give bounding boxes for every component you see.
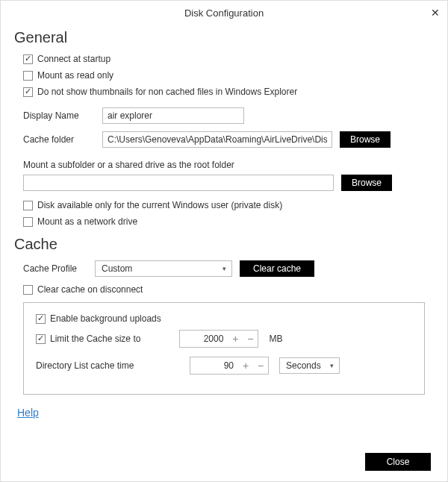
plus-icon[interactable]: + — [238, 360, 253, 372]
limit-cache-size-checkbox[interactable]: Limit the Cache size to — [36, 334, 140, 344]
dir-cache-time-stepper[interactable]: + − — [190, 357, 269, 375]
mb-label: MB — [269, 334, 282, 344]
minus-icon[interactable]: − — [243, 333, 258, 345]
dir-cache-time-input[interactable] — [190, 357, 238, 374]
limit-cache-size-label: Limit the Cache size to — [50, 334, 140, 344]
checkbox-icon — [36, 314, 46, 324]
cache-profile-select[interactable]: Custom — [95, 260, 232, 277]
connect-startup-label: Connect at startup — [37, 54, 111, 64]
mount-readonly-label: Mount as read only — [37, 70, 113, 81]
checkbox-icon — [23, 201, 33, 210]
display-name-input[interactable] — [102, 107, 244, 124]
enable-bg-uploads-label: Enable background uploads — [50, 313, 161, 324]
dir-cache-time-unit-select[interactable]: Seconds — [279, 357, 340, 374]
mount-subfolder-input[interactable] — [23, 175, 334, 191]
clear-cache-button[interactable]: Clear cache — [240, 260, 314, 277]
general-heading: General — [14, 29, 431, 46]
clear-on-disconnect-label: Clear cache on disconnect — [37, 284, 143, 295]
checkbox-icon — [23, 217, 33, 227]
cache-heading: Cache — [14, 236, 431, 253]
cache-folder-label: Cache folder — [23, 134, 95, 145]
dir-cache-time-unit-value: Seconds — [286, 360, 321, 371]
cache-size-input[interactable] — [180, 331, 228, 347]
mount-subfolder-label: Mount a subfolder or a shared drive as t… — [23, 160, 431, 170]
checkbox-icon — [23, 54, 33, 64]
no-thumbnails-label: Do not show thumbnails for non cached fi… — [37, 87, 297, 97]
clear-on-disconnect-checkbox[interactable]: Clear cache on disconnect — [23, 284, 143, 295]
display-name-label: Display Name — [23, 110, 95, 121]
enable-bg-uploads-checkbox[interactable]: Enable background uploads — [36, 313, 161, 324]
checkbox-icon — [36, 334, 46, 344]
cache-settings-panel: Enable background uploads Limit the Cach… — [23, 302, 425, 395]
connect-startup-checkbox[interactable]: Connect at startup — [23, 54, 111, 64]
plus-icon[interactable]: + — [228, 333, 243, 345]
private-disk-checkbox[interactable]: Disk available only for the current Wind… — [23, 200, 282, 210]
cache-folder-input[interactable] — [102, 131, 332, 148]
close-icon[interactable]: ✕ — [431, 7, 440, 19]
browse-subfolder-button[interactable]: Browse — [341, 175, 392, 191]
help-link[interactable]: Help — [17, 407, 39, 419]
checkbox-icon — [23, 71, 33, 81]
dir-cache-time-label: Directory List cache time — [36, 360, 151, 371]
cache-size-stepper[interactable]: + − — [179, 330, 258, 348]
mount-readonly-checkbox[interactable]: Mount as read only — [23, 70, 113, 81]
network-drive-label: Mount as a network drive — [37, 216, 137, 227]
close-button[interactable]: Close — [365, 453, 431, 471]
private-disk-label: Disk available only for the current Wind… — [37, 200, 282, 210]
cache-profile-value: Custom — [102, 263, 132, 274]
cache-profile-label: Cache Profile — [23, 263, 87, 274]
title-bar: Disk Configuration ✕ — [1, 1, 447, 25]
checkbox-icon — [23, 87, 33, 97]
browse-cache-folder-button[interactable]: Browse — [340, 131, 391, 148]
network-drive-checkbox[interactable]: Mount as a network drive — [23, 216, 137, 227]
window-title: Disk Configuration — [184, 7, 264, 19]
minus-icon[interactable]: − — [253, 360, 268, 372]
checkbox-icon — [23, 285, 33, 295]
no-thumbnails-checkbox[interactable]: Do not show thumbnails for non cached fi… — [23, 87, 297, 97]
